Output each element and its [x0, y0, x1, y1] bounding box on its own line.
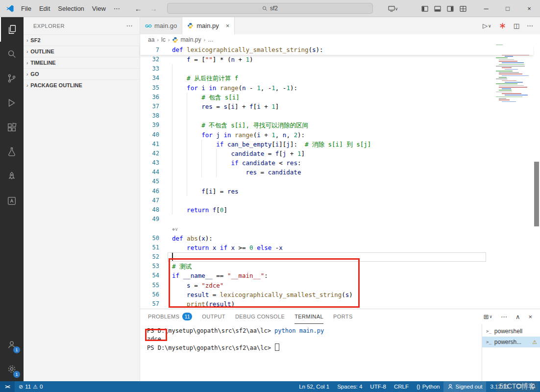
encoding[interactable]: UTF-8	[366, 381, 390, 392]
rocket-icon	[6, 171, 17, 182]
terminal-list-item[interactable]: >_powersh...⚠	[482, 337, 540, 347]
sidebar-item-testing[interactable]	[0, 140, 24, 164]
line-number[interactable]: 48	[140, 205, 172, 215]
line-number[interactable]: 43	[140, 158, 172, 168]
toggle-panel-icon[interactable]	[431, 0, 444, 17]
files-icon	[7, 24, 18, 35]
account-button[interactable]: 1	[0, 332, 24, 357]
eol-selector[interactable]: CRLF	[390, 381, 413, 392]
sidebar-item-search[interactable]	[0, 42, 24, 66]
breadcrumb-item[interactable]: main.py	[172, 36, 201, 43]
run-python-file-button[interactable]: ▷ ∨	[483, 22, 491, 29]
line-number[interactable]: 41	[140, 140, 172, 149]
explorer-more-icon[interactable]: ⋯	[126, 22, 133, 29]
line-number[interactable]: 34	[140, 74, 172, 83]
line-number[interactable]: 55	[140, 281, 172, 290]
minimize-icon[interactable]: ─	[475, 0, 497, 17]
sidebar-section-package-outline[interactable]: ›PACKAGE OUTLINE	[24, 79, 140, 91]
maximize-icon[interactable]: □	[497, 0, 518, 17]
panel-tab-ports[interactable]: PORTS	[333, 309, 353, 324]
remote-indicator[interactable]: ><	[0, 381, 15, 392]
minimap-bar	[496, 83, 517, 84]
sidebar-item-run-debug[interactable]	[0, 91, 24, 115]
line-number[interactable]: 51	[140, 243, 172, 252]
line-text: # 从后往前计算 f	[172, 74, 238, 83]
sidebar-section-timeline[interactable]: ›TIMELINE	[24, 57, 140, 68]
menu-more-icon[interactable]: ⋯	[110, 5, 124, 12]
line-number[interactable]: 37	[140, 102, 172, 111]
panel-more-icon[interactable]: ⋯	[501, 313, 507, 320]
sidebar-item-extensions[interactable]	[0, 115, 24, 140]
menu-selection[interactable]: Selection	[54, 5, 88, 12]
line-number[interactable]	[140, 224, 172, 233]
breadcrumb-item[interactable]: …	[208, 36, 214, 43]
terminal-launch-icon[interactable]: ⊞∨	[483, 313, 492, 320]
line-number[interactable]: 36	[140, 93, 172, 102]
customize-layout-icon[interactable]	[457, 0, 469, 17]
sidebar-item-source-control[interactable]	[0, 66, 24, 91]
tab-main.py[interactable]: main.py×	[182, 17, 235, 34]
line-number[interactable]: 54	[140, 271, 172, 280]
line-number[interactable]: 35	[140, 83, 172, 93]
line-number[interactable]: 38	[140, 111, 172, 121]
toggle-primary-sidebar-icon[interactable]	[418, 0, 431, 17]
breadcrumb-item[interactable]: lc	[161, 36, 166, 43]
line-number[interactable]: 46	[140, 187, 172, 196]
editor-more-icon[interactable]: ⋯	[527, 22, 533, 29]
problems-status[interactable]: ⊘ 11 ⚠ 0	[15, 381, 47, 392]
terminal[interactable]: PS D:\mysetup\gopath\src\sf2\aa\lc> pyth…	[140, 324, 481, 381]
panel-tab-terminal[interactable]: TERMINAL	[295, 309, 323, 324]
sticky-scroll-line[interactable]: 7 def lexicographically_smallest_string(…	[140, 45, 533, 55]
line-number[interactable]: 39	[140, 121, 172, 130]
split-editor-icon[interactable]: ◫	[514, 22, 519, 29]
line-number[interactable]: 44	[140, 168, 172, 177]
inline-action-icon[interactable]: ❖∨	[172, 226, 178, 232]
line-number[interactable]: 45	[140, 177, 172, 186]
indentation[interactable]: Spaces: 4	[333, 381, 366, 392]
panel-tab-debug-console[interactable]: DEBUG CONSOLE	[235, 309, 285, 324]
sidebar-section-go[interactable]: ›GO	[24, 68, 140, 79]
panel-tab-output[interactable]: OUTPUT	[202, 309, 225, 324]
menu-file[interactable]: File	[17, 5, 35, 12]
close-panel-icon[interactable]: ×	[528, 313, 532, 320]
sidebar-section-outline[interactable]: ›OUTLINE	[24, 46, 140, 57]
sidebar-title: EXPLORER	[33, 23, 65, 29]
run-code-icon[interactable]	[499, 22, 506, 29]
search-input[interactable]: sf2	[167, 3, 373, 14]
line-number[interactable]: 32	[140, 55, 172, 64]
open-remote-icon[interactable]: ∨	[384, 0, 402, 17]
toggle-secondary-sidebar-icon[interactable]	[444, 0, 457, 17]
line-number[interactable]: 50	[140, 234, 172, 243]
line-number[interactable]: 40	[140, 130, 172, 140]
editor-scrollbar[interactable]	[534, 162, 539, 226]
settings-button[interactable]: 1	[0, 357, 24, 381]
menu-edit[interactable]: Edit	[35, 5, 54, 12]
breadcrumb-item[interactable]: aa	[148, 36, 154, 43]
close-icon[interactable]: ×	[226, 22, 230, 29]
cursor-position[interactable]: Ln 52, Col 1	[295, 381, 333, 392]
line-number[interactable]: 57	[140, 299, 172, 309]
maximize-panel-icon[interactable]: ∧	[515, 313, 520, 320]
line-number[interactable]: 53	[140, 262, 172, 271]
panel-tab-problems[interactable]: PROBLEMS11	[148, 309, 192, 324]
terminal-list-item[interactable]: >_powershell	[482, 326, 540, 337]
extension-icon-2[interactable]	[0, 189, 24, 213]
line-number[interactable]: 52	[140, 252, 172, 262]
code-line: 51 return x if x >= 0 else -x	[140, 243, 540, 252]
back-icon[interactable]: ←	[131, 4, 146, 13]
line-number[interactable]: 42	[140, 149, 172, 158]
tab-main.go[interactable]: GOmain.go	[140, 17, 182, 34]
line-number[interactable]: 56	[140, 290, 172, 299]
line-number[interactable]: 33	[140, 64, 172, 74]
forward-icon[interactable]: →	[146, 4, 161, 13]
sidebar-section-sf2[interactable]: ›SF2	[24, 34, 140, 46]
extension-icon-1[interactable]	[0, 164, 24, 189]
sidebar-item-explorer[interactable]	[0, 17, 24, 42]
line-number[interactable]: 47	[140, 196, 172, 205]
line-number[interactable]: 49	[140, 215, 172, 224]
language-mode[interactable]: {} Python	[413, 381, 444, 392]
account-status[interactable]: Signed out	[443, 381, 486, 392]
menu-view[interactable]: View	[88, 5, 110, 12]
close-window-icon[interactable]: ×	[518, 0, 540, 17]
line-text: # 包含 s[i]	[172, 93, 240, 102]
